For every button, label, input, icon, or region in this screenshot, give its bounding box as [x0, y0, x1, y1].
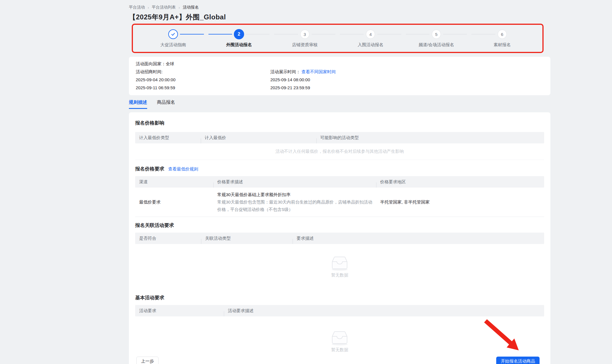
signup-start-time: 2025-09-04 20:00:00 [136, 76, 270, 84]
channel-cell: 最低价要求 [135, 198, 213, 206]
page-content: 平台活动 › 平台活动列表 › 活动报名 【2025年9月A+】外围_Globa… [129, 0, 550, 364]
price-desc-cell: 常规30天最低价基础上要求额外折扣率 常规30天最低价包含范围：最近30天内前台… [213, 191, 376, 213]
step-number: 4 [366, 30, 375, 39]
display-end-time: 2025-09-21 23:59:59 [270, 84, 336, 92]
breadcrumb-separator: › [179, 5, 180, 10]
step-check-icon [168, 29, 178, 39]
section-title-price-requirement: 报名价格要求查看最低价规则 [135, 166, 544, 172]
display-start-time: 2025-09-14 08:00:00 [270, 76, 336, 84]
section-title-basic-requirement: 基本活动要求 [135, 294, 544, 301]
breadcrumb-item-platform-activities[interactable]: 平台活动 [129, 5, 145, 10]
activity-country-row: 活动面向国家：全球 [136, 60, 544, 68]
column-header: 计入最低价类型 [135, 135, 201, 141]
price-impact-empty-text: 活动不计入任何最低价，报名价格不会对后续参与其他活动产生影响 [135, 143, 544, 160]
start-signup-button[interactable]: 开始报名活动商品 [496, 357, 540, 364]
basic-requirement-empty-state: 暂无数据 [135, 331, 544, 353]
step-label: 素材报名 [469, 42, 535, 48]
footer-actions: 上一步 开始报名活动商品 [135, 357, 544, 364]
empty-text: 暂无数据 [331, 273, 348, 278]
view-country-times-link[interactable]: 查看不同国家时间 [301, 69, 336, 74]
breadcrumb: 平台活动 › 平台活动列表 › 活动报名 [129, 0, 550, 10]
tab-rules-description[interactable]: 规则描述 [129, 99, 147, 109]
step-label: 外围活动报名 [206, 42, 272, 48]
step-number: 6 [498, 30, 507, 39]
prev-step-button[interactable]: 上一步 [136, 357, 159, 364]
column-header: 可能影响的活动类型 [316, 135, 544, 141]
step-2-outer-signup[interactable]: 2 外围活动报名 [206, 29, 272, 48]
empty-text: 暂无数据 [331, 347, 348, 353]
breadcrumb-item-activity-signup: 活动报名 [183, 5, 199, 10]
signup-time-block: 活动招商时间: 2025-09-04 20:00:00 2025-09-11 0… [136, 68, 270, 92]
rules-panel: 报名价格影响 计入最低价类型 计入最低价 可能影响的活动类型 活动不计入任何最低… [129, 112, 550, 364]
price-requirement-table-header: 渠道 价格要求描述 价格要求地区 [135, 176, 544, 188]
column-header: 是否符合 [135, 236, 201, 241]
stepper: 大促活动指南 2 外围活动报名 3 店铺资质审核 4 入围活动报名 5 频道/会… [140, 29, 535, 48]
related-requirement-empty-state: 暂无数据 [135, 256, 544, 278]
related-requirement-table-header: 是否符合 关联活动类型 要求描述 [135, 233, 544, 244]
step-label: 入围活动报名 [338, 42, 404, 48]
signup-end-time: 2025-09-11 06:59:59 [136, 84, 270, 92]
step-3-shop-qualification[interactable]: 3 店铺资质审核 [272, 29, 338, 48]
empty-box-icon [330, 331, 350, 345]
column-header: 渠道 [135, 179, 213, 185]
view-lowest-price-rules-link[interactable]: 查看最低价规则 [168, 166, 198, 171]
column-header: 活动要求描述 [224, 308, 544, 314]
signup-time-label: 活动招商时间: [136, 68, 270, 76]
display-time-label: 活动展示时间： [270, 69, 300, 74]
column-header: 计入最低价 [201, 135, 316, 141]
column-header: 价格要求描述 [213, 179, 376, 185]
region-cell: 半托管国家, 非半托管国家 [376, 198, 544, 206]
tab-bar: 规则描述 商品报名 [129, 99, 550, 109]
column-header: 价格要求地区 [376, 179, 544, 185]
section-title-price-impact: 报名价格影响 [135, 120, 544, 126]
breadcrumb-item-activity-list[interactable]: 平台活动列表 [152, 5, 176, 10]
step-number: 2 [234, 29, 244, 39]
country-label: 活动面向国家： [136, 61, 166, 66]
column-header: 要求描述 [293, 236, 544, 241]
step-label: 大促活动指南 [140, 42, 206, 48]
price-desc-main: 常规30天最低价基础上要求额外折扣率 [217, 191, 376, 198]
step-4-shortlist-signup[interactable]: 4 入围活动报名 [338, 29, 404, 48]
empty-box-icon [330, 256, 350, 271]
display-time-block: 活动展示时间： 查看不同国家时间 2025-09-14 08:00:00 202… [270, 68, 336, 92]
basic-requirement-table-header: 活动要求 活动要求描述 [135, 305, 544, 316]
step-1-promo-guide[interactable]: 大促活动指南 [140, 29, 206, 48]
stepper-highlight-box: 大促活动指南 2 外围活动报名 3 店铺资质审核 4 入围活动报名 5 频道/会… [132, 24, 544, 53]
step-5-channel-signup[interactable]: 5 频道/会场活动报名 [404, 29, 469, 48]
step-6-material-signup[interactable]: 6 素材报名 [469, 29, 535, 48]
step-label: 店铺资质审核 [272, 42, 338, 48]
breadcrumb-separator: › [148, 5, 149, 10]
price-requirement-row: 最低价要求 常规30天最低价基础上要求额外折扣率 常规30天最低价包含范围：最近… [135, 188, 544, 217]
step-number: 5 [432, 30, 441, 39]
step-label: 频道/会场活动报名 [404, 42, 469, 48]
country-value: 全球 [166, 61, 174, 66]
activity-info-card: 活动面向国家：全球 活动招商时间: 2025-09-04 20:00:00 20… [129, 57, 550, 95]
price-requirement-title: 报名价格要求 [135, 166, 164, 172]
step-number: 3 [300, 30, 309, 39]
section-title-related-requirement: 报名关联活动要求 [135, 222, 544, 229]
price-impact-table-header: 计入最低价类型 计入最低价 可能影响的活动类型 [135, 132, 544, 143]
column-header: 关联活动类型 [201, 236, 293, 241]
tab-product-signup[interactable]: 商品报名 [157, 99, 175, 109]
page-title: 【2025年9月A+】外围_Global [129, 13, 550, 22]
price-desc-sub: 常规30天最低价包含范围：最近30天内前台生效过的商品原价，店铺单品折扣活动价格… [217, 198, 376, 213]
column-header: 活动要求 [135, 308, 224, 314]
